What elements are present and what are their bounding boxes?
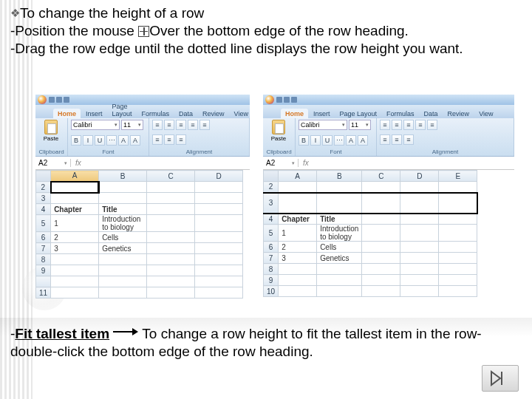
row-header[interactable]: 4 <box>264 214 279 225</box>
cell[interactable] <box>400 242 439 253</box>
qat-button[interactable] <box>276 97 282 103</box>
column-header[interactable]: B <box>99 171 147 182</box>
cell[interactable]: Cells <box>317 242 362 253</box>
align-button[interactable]: ≡ <box>176 134 186 145</box>
column-header[interactable]: C <box>147 171 195 182</box>
fx-label[interactable]: fx <box>299 159 309 167</box>
cell[interactable] <box>362 225 400 242</box>
cell[interactable] <box>400 286 439 297</box>
cell[interactable] <box>439 275 477 286</box>
font-format-button[interactable]: B <box>71 135 81 146</box>
cell[interactable] <box>99 287 147 299</box>
cell[interactable] <box>362 286 400 297</box>
name-box[interactable]: A2▾ <box>35 159 71 167</box>
next-slide-button[interactable] <box>482 365 519 392</box>
select-all-corner[interactable] <box>36 171 51 182</box>
cell[interactable] <box>400 193 439 214</box>
cell[interactable] <box>400 225 439 242</box>
column-header[interactable]: D <box>400 171 439 182</box>
cell[interactable] <box>317 275 362 286</box>
cell[interactable]: Genetics <box>317 253 362 264</box>
row-header[interactable]: 8 <box>264 264 279 275</box>
cell[interactable]: 3 <box>51 243 99 254</box>
row-header[interactable]: 10 <box>264 286 279 297</box>
cell[interactable]: Title <box>99 204 147 215</box>
cell[interactable] <box>362 275 400 286</box>
column-header[interactable]: A <box>51 171 99 182</box>
ribbon-tab[interactable]: Formulas <box>382 109 419 118</box>
ribbon-tab[interactable]: Home <box>53 109 81 118</box>
font-format-button[interactable]: A <box>346 135 356 146</box>
cell[interactable] <box>279 182 317 193</box>
row-header[interactable]: 3 <box>264 193 279 214</box>
qat-button[interactable] <box>284 97 290 103</box>
cell[interactable] <box>195 276 243 287</box>
cell[interactable] <box>279 275 317 286</box>
cell[interactable] <box>195 287 243 299</box>
cell[interactable]: 1 <box>51 215 99 232</box>
row-header[interactable]: 7 <box>264 253 279 264</box>
row-header[interactable]: 6 <box>36 232 51 243</box>
select-all-corner[interactable] <box>264 171 279 182</box>
cell[interactable] <box>195 254 243 265</box>
column-header[interactable]: B <box>317 171 362 182</box>
cell[interactable] <box>362 242 400 253</box>
cell[interactable] <box>147 254 195 265</box>
cell[interactable] <box>279 286 317 297</box>
cell[interactable] <box>51 182 99 193</box>
ribbon-tab[interactable]: Home <box>281 109 308 118</box>
cell[interactable] <box>400 253 439 264</box>
cell[interactable] <box>99 265 147 276</box>
row-header[interactable]: 8 <box>36 254 51 265</box>
font-format-button[interactable]: ⋯ <box>334 135 344 146</box>
cell[interactable]: 2 <box>51 232 99 243</box>
cell[interactable] <box>317 264 362 275</box>
align-button[interactable]: ≡ <box>427 120 437 130</box>
font-format-button[interactable]: U <box>322 135 332 146</box>
cell[interactable] <box>439 242 477 253</box>
qat-button[interactable] <box>291 97 297 103</box>
ribbon-tab[interactable]: Formulas <box>137 109 174 118</box>
cell[interactable] <box>51 265 99 276</box>
cell[interactable] <box>362 214 400 225</box>
cell[interactable] <box>317 286 362 297</box>
ribbon-tab[interactable]: Review <box>198 109 229 118</box>
cell[interactable]: 2 <box>279 242 317 253</box>
row-header[interactable]: 6 <box>264 242 279 253</box>
cell[interactable] <box>195 193 243 204</box>
name-box[interactable]: A2▾ <box>263 159 299 167</box>
font-format-button[interactable]: B <box>299 135 309 146</box>
spreadsheet-grid[interactable]: ABCD234ChapterTitle51Introduction to bio… <box>35 170 243 299</box>
ribbon-tab[interactable]: Insert <box>81 109 107 118</box>
align-button[interactable]: ≡ <box>152 120 163 130</box>
cell[interactable] <box>51 254 99 265</box>
cell[interactable] <box>439 225 477 242</box>
cell[interactable] <box>439 182 477 193</box>
cell[interactable] <box>99 193 147 204</box>
cell[interactable] <box>147 265 195 276</box>
cell[interactable] <box>195 265 243 276</box>
ribbon-tab[interactable]: Data <box>420 109 443 118</box>
row-header[interactable]: 5 <box>264 225 279 242</box>
cell[interactable] <box>400 214 439 225</box>
align-button[interactable]: ≡ <box>380 134 390 145</box>
align-button[interactable]: ≡ <box>380 120 390 130</box>
paste-button[interactable]: Paste <box>38 120 64 142</box>
cell[interactable] <box>439 193 477 214</box>
cell[interactable] <box>99 276 147 287</box>
cell[interactable] <box>195 232 243 243</box>
row-header[interactable]: 11 <box>36 287 51 299</box>
cell[interactable] <box>439 286 477 297</box>
align-button[interactable]: ≡ <box>392 120 402 130</box>
align-button[interactable]: ≡ <box>200 120 210 130</box>
ribbon-tab[interactable]: Page Layout <box>335 109 382 118</box>
font-format-button[interactable]: U <box>95 135 105 146</box>
cell[interactable] <box>362 264 400 275</box>
cell[interactable] <box>195 182 243 193</box>
row-header[interactable]: 9 <box>36 265 51 276</box>
ribbon-tab[interactable]: View <box>230 109 253 118</box>
cell[interactable] <box>147 204 195 215</box>
font-size-combo[interactable]: 11▾ <box>121 120 143 130</box>
paste-button[interactable]: Paste <box>266 120 291 142</box>
align-button[interactable]: ≡ <box>403 134 414 145</box>
